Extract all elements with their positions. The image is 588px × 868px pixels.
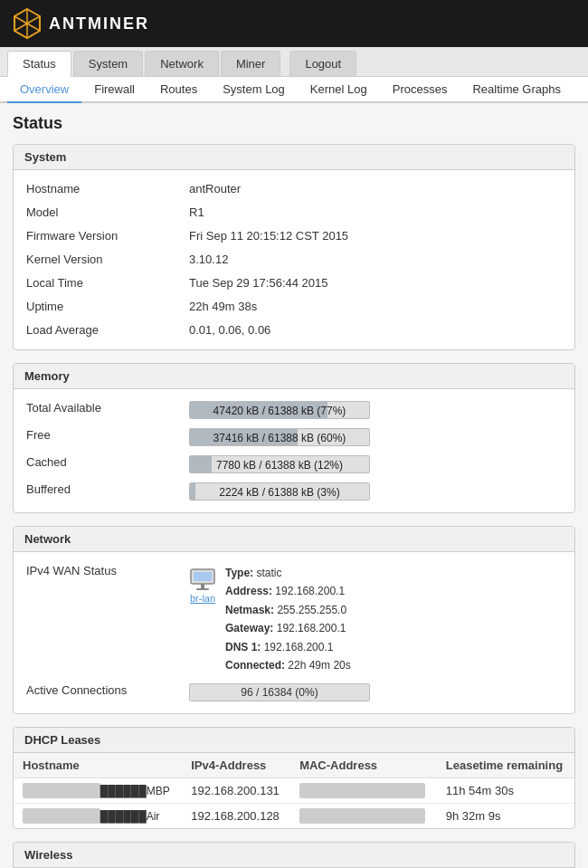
kernel-label: Kernel Version xyxy=(26,253,189,266)
svg-rect-5 xyxy=(201,584,204,588)
dhcp-row0-lease: 11h 54m 30s xyxy=(437,778,574,804)
active-conn-bar: 96 / 16384 (0%) xyxy=(189,683,370,701)
wan-link[interactable]: br-lan xyxy=(190,593,215,604)
app-header: ANTMINER xyxy=(0,0,588,47)
network-section-header: Network xyxy=(14,527,574,552)
free-label: Free xyxy=(26,428,189,442)
firmware-label: Firmware Version xyxy=(26,229,189,243)
sub-tab-overview[interactable]: Overview xyxy=(7,77,81,103)
sub-tab-realtime[interactable]: Realtime Graphs xyxy=(460,77,574,103)
model-row: Model R1 xyxy=(14,201,574,224)
free-text: 37416 kB / 61388 kB (60%) xyxy=(190,429,369,446)
dhcp-row0-hostname: ██████████████MBP xyxy=(14,778,182,804)
kernel-value: 3.10.12 xyxy=(189,253,228,266)
memory-section-body: Total Available 47420 kB / 61388 kB (77%… xyxy=(14,389,574,512)
dhcp-row1-lease: 9h 32m 9s xyxy=(437,804,574,829)
sub-tab-processes[interactable]: Processes xyxy=(380,77,460,103)
free-bar-container: 37416 kB / 61388 kB (60%) xyxy=(189,428,370,446)
localtime-value: Tue Sep 29 17:56:44 2015 xyxy=(189,276,327,290)
wan-gateway: Gateway: 192.168.200.1 xyxy=(225,619,351,637)
dhcp-table: Hostname IPv4-Address MAC-Address Leaset… xyxy=(14,753,574,828)
dhcp-row1-ipv4: 192.168.200.128 xyxy=(182,804,290,829)
system-section-body: Hostname antRouter Model R1 Firmware Ver… xyxy=(14,170,574,349)
wan-details: Type: static Address: 192.168.200.1 Netm… xyxy=(225,564,351,674)
localtime-label: Local Time xyxy=(26,276,189,290)
wan-icon-wrap: br-lan xyxy=(189,568,216,604)
dhcp-row1-mac: ████████████ xyxy=(290,804,437,829)
free-row: Free 37416 kB / 61388 kB (60%) xyxy=(14,424,574,451)
hostname-label: Hostname xyxy=(26,182,189,196)
wan-network-icon xyxy=(189,568,216,593)
buffered-row: Buffered 2224 kB / 61388 kB (3%) xyxy=(14,478,574,505)
total-available-row: Total Available 47420 kB / 61388 kB (77%… xyxy=(14,396,574,424)
model-label: Model xyxy=(26,205,189,219)
dhcp-row0-ipv4: 192.168.200.131 xyxy=(182,778,290,804)
wan-content: br-lan Type: static Address: 192.168.200… xyxy=(189,564,351,674)
cached-text: 7780 kB / 61388 kB (12%) xyxy=(190,456,369,473)
svg-rect-7 xyxy=(194,572,212,581)
wan-dns: DNS 1: 192.168.200.1 xyxy=(225,638,351,656)
network-section: Network IPv4 WAN Status br-lan xyxy=(13,526,575,714)
dhcp-col-ipv4: IPv4-Address xyxy=(182,753,290,778)
hostname-row: Hostname antRouter xyxy=(14,177,574,201)
sub-tab-kernellog[interactable]: Kernel Log xyxy=(298,77,380,103)
cached-row: Cached 7780 kB / 61388 kB (12%) xyxy=(14,451,574,478)
tab-logout[interactable]: Logout xyxy=(289,51,356,76)
main-content: Status System Hostname antRouter Model R… xyxy=(0,103,588,868)
wan-address: Address: 192.168.200.1 xyxy=(225,582,351,600)
sub-nav: Overview Firewall Routes System Log Kern… xyxy=(0,77,588,103)
active-conn-text: 96 / 16384 (0%) xyxy=(241,686,318,699)
sub-tab-syslog[interactable]: System Log xyxy=(210,77,298,103)
firmware-row: Firmware Version Fri Sep 11 20:15:12 CST… xyxy=(14,224,574,248)
tab-status[interactable]: Status xyxy=(7,51,71,77)
free-bar: 37416 kB / 61388 kB (60%) xyxy=(189,428,370,446)
hostname-value: antRouter xyxy=(189,182,241,196)
total-available-text: 47420 kB / 61388 kB (77%) xyxy=(190,402,369,419)
total-available-label: Total Available xyxy=(26,401,189,415)
table-row: ██████████████MBP 192.168.200.131 ██████… xyxy=(14,778,574,804)
dhcp-col-lease: Leasetime remaining xyxy=(437,753,574,778)
wan-connected: Connected: 22h 49m 20s xyxy=(225,656,351,674)
wan-status-row: IPv4 WAN Status br-lan Type: static xyxy=(14,559,574,679)
total-available-bar-container: 47420 kB / 61388 kB (77%) xyxy=(189,401,370,419)
system-section-header: System xyxy=(14,145,574,170)
wan-netmask: Netmask: 255.255.255.0 xyxy=(225,601,351,619)
logo-text: ANTMINER xyxy=(49,14,149,33)
cached-bar: 7780 kB / 61388 kB (12%) xyxy=(189,455,370,473)
wireless-section-header: Wireless xyxy=(14,843,574,868)
wan-label: IPv4 WAN Status xyxy=(26,564,189,577)
memory-section-header: Memory xyxy=(14,364,574,389)
tab-miner[interactable]: Miner xyxy=(221,51,281,76)
logo: ANTMINER xyxy=(13,7,149,40)
sub-tab-routes[interactable]: Routes xyxy=(147,77,210,103)
antminer-logo-icon xyxy=(13,7,42,40)
dhcp-row1-hostname: ██████████████Air xyxy=(14,804,182,829)
wireless-section: Wireless Generic 802.11bgn WirelessContr… xyxy=(13,842,575,868)
dhcp-section-header: DHCP Leases xyxy=(14,728,574,753)
loadavg-row: Load Average 0.01, 0.06, 0.06 xyxy=(14,319,574,342)
localtime-row: Local Time Tue Sep 29 17:56:44 2015 xyxy=(14,272,574,295)
loadavg-value: 0.01, 0.06, 0.06 xyxy=(189,323,270,337)
kernel-row: Kernel Version 3.10.12 xyxy=(14,248,574,272)
tab-system[interactable]: System xyxy=(73,51,143,76)
page-title: Status xyxy=(13,114,575,133)
cached-label: Cached xyxy=(26,455,189,469)
dhcp-col-mac: MAC-Address xyxy=(290,753,437,778)
dhcp-col-hostname: Hostname xyxy=(14,753,182,778)
svg-rect-6 xyxy=(196,588,209,590)
tab-network[interactable]: Network xyxy=(145,51,219,76)
cached-bar-container: 7780 kB / 61388 kB (12%) xyxy=(189,455,370,473)
table-row: ██████████████Air 192.168.200.128 ██████… xyxy=(14,804,574,829)
firmware-value: Fri Sep 11 20:15:12 CST 2015 xyxy=(189,229,348,243)
dhcp-section: DHCP Leases Hostname IPv4-Address MAC-Ad… xyxy=(13,727,575,829)
model-value: R1 xyxy=(189,205,204,219)
buffered-text: 2224 kB / 61388 kB (3%) xyxy=(190,483,369,501)
system-section: System Hostname antRouter Model R1 Firmw… xyxy=(13,144,575,350)
uptime-row: Uptime 22h 49m 38s xyxy=(14,295,574,319)
sub-tab-firewall[interactable]: Firewall xyxy=(81,77,147,103)
buffered-bar-container: 2224 kB / 61388 kB (3%) xyxy=(189,482,370,501)
wan-type: Type: static xyxy=(225,564,351,582)
total-available-bar: 47420 kB / 61388 kB (77%) xyxy=(189,401,370,419)
active-conn-row: Active Connections 96 / 16384 (0%) xyxy=(14,679,574,706)
buffered-label: Buffered xyxy=(26,482,189,496)
